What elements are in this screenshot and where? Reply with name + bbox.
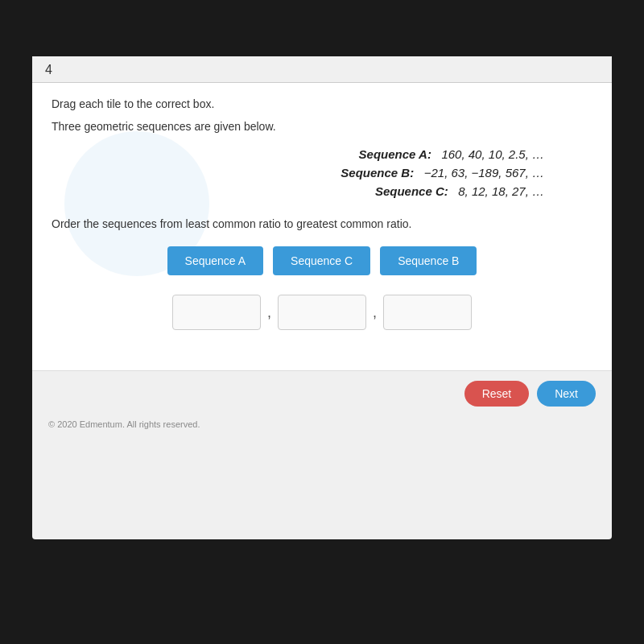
question-number: 4 (32, 56, 612, 83)
footer-buttons: Reset Next (464, 381, 596, 407)
sequence-c-label: Sequence C: (375, 184, 448, 198)
sequence-a-label: Sequence A: (359, 147, 431, 161)
sequences-container: Sequence A: 160, 40, 10, 2.5, … Sequence… (52, 147, 544, 203)
drop-box-2[interactable] (278, 295, 366, 330)
sequence-intro: Three geometric sequences are given belo… (52, 120, 592, 133)
sequence-b-label: Sequence B: (341, 166, 414, 180)
tile-sequence-b[interactable]: Sequence B (380, 246, 477, 275)
drop-zone-container: , , (52, 295, 592, 330)
copyright-text: © 2020 Edmentum. All rights reserved. (32, 415, 612, 436)
comma-separator-1: , (267, 304, 271, 321)
drop-box-1[interactable] (172, 295, 261, 330)
question-number-value: 4 (45, 63, 52, 76)
sequence-b-row: Sequence B: −21, 63, −189, 567, … (341, 166, 544, 180)
drag-instruction: Drag each tile to the correct box. (52, 97, 592, 110)
footer-bar: Reset Next (32, 370, 612, 415)
sequence-c-row: Sequence C: 8, 12, 18, 27, … (375, 184, 544, 198)
reset-button[interactable]: Reset (464, 381, 530, 407)
order-instruction: Order the sequences from least common ra… (52, 217, 592, 230)
comma-separator-2: , (373, 304, 377, 321)
tiles-area: Sequence A Sequence C Sequence B (52, 246, 592, 275)
drop-box-3[interactable] (383, 295, 472, 330)
tile-sequence-c[interactable]: Sequence C (273, 246, 370, 275)
next-button[interactable]: Next (537, 381, 596, 407)
tile-sequence-a[interactable]: Sequence A (167, 246, 264, 275)
sequence-a-row: Sequence A: 160, 40, 10, 2.5, … (359, 147, 544, 161)
